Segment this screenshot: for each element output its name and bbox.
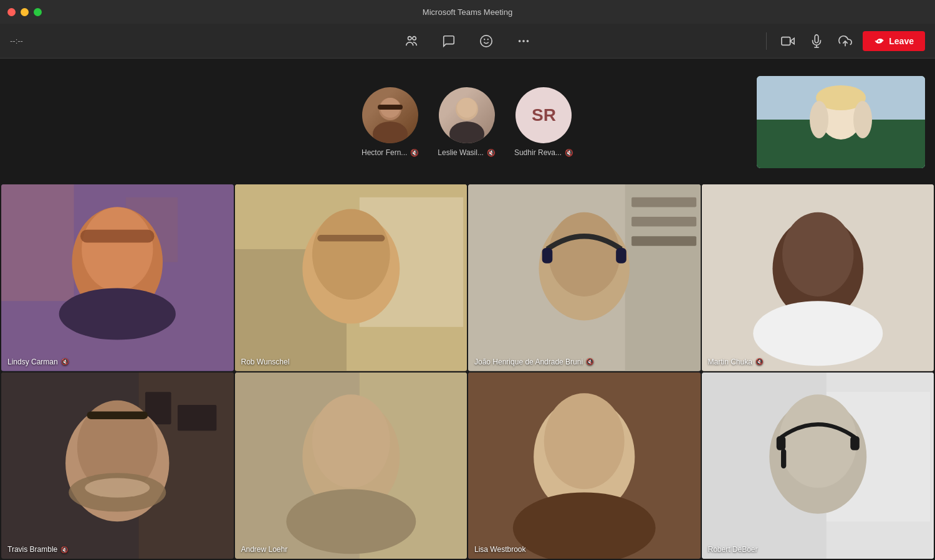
svg-rect-60 [87, 411, 148, 419]
video-sim-lisa [468, 373, 701, 559]
leave-button[interactable]: Leave [863, 31, 925, 51]
svg-rect-39 [317, 235, 385, 241]
main-content: Hector Fern... 🔇 Leslie Wasil... 🔇 [0, 59, 935, 560]
minimize-button[interactable] [21, 8, 29, 16]
close-button[interactable] [7, 8, 16, 16]
svg-point-66 [312, 394, 390, 488]
svg-point-67 [286, 489, 416, 554]
label-rob: Rob Wunschel [241, 358, 290, 366]
svg-point-7 [527, 40, 529, 42]
mute-travis: 🔇 [60, 546, 68, 553]
svg-rect-28 [1, 184, 74, 301]
label-lindsy: Lindsy Carman 🔇 [7, 358, 69, 366]
participants-icon[interactable] [400, 30, 423, 52]
svg-rect-80 [780, 448, 785, 468]
avatar-sudhir: SR [515, 87, 572, 143]
svg-point-33 [59, 288, 176, 339]
video-sim-rob [235, 184, 467, 371]
bubble-info-leslie: Leslie Wasil... 🔇 [438, 148, 496, 157]
participant-sudhir: SR Sudhir Reva... 🔇 [514, 87, 573, 157]
participant-hector: Hector Fern... 🔇 [362, 87, 419, 157]
svg-point-31 [82, 207, 153, 291]
svg-point-20 [457, 98, 477, 118]
svg-point-62 [85, 478, 150, 497]
video-toggle-icon[interactable] [777, 30, 799, 52]
video-cell-travis: Travis Bramble 🔇 [1, 373, 234, 559]
svg-point-53 [753, 301, 883, 366]
svg-point-19 [449, 121, 484, 143]
bubble-info-sudhir: Sudhir Reva... 🔇 [514, 148, 573, 157]
svg-rect-9 [782, 37, 790, 45]
label-andrew: Andrew Loehr [241, 545, 288, 554]
bubble-name-hector: Hector Fern... [362, 148, 407, 157]
participant-leslie: Leslie Wasil... 🔇 [438, 87, 496, 157]
maximize-button[interactable] [34, 8, 42, 16]
mute-icon-leslie: 🔇 [487, 149, 496, 157]
toolbar-separator [766, 32, 767, 50]
svg-point-15 [373, 121, 408, 143]
svg-point-71 [544, 393, 625, 489]
svg-rect-32 [80, 230, 155, 243]
svg-rect-48 [616, 248, 626, 263]
svg-rect-41 [625, 184, 701, 371]
video-cell-rob: Rob Wunschel [235, 184, 467, 371]
label-lisa: Lisa Westbrook [474, 545, 525, 554]
top-participants-row: Hector Fern... 🔇 Leslie Wasil... 🔇 [0, 59, 935, 183]
svg-rect-47 [542, 248, 553, 263]
label-robert: Robert DeBoer [708, 545, 758, 554]
video-sim-andrew [235, 373, 467, 559]
video-cell-martin: Martin Chuka 🔇 [702, 184, 934, 371]
video-cell-andrew: Andrew Loehr [235, 373, 467, 559]
svg-marker-8 [790, 38, 794, 44]
more-icon[interactable] [512, 30, 535, 52]
label-travis: Travis Bramble 🔇 [7, 545, 68, 554]
label-martin: Martin Chuka 🔇 [708, 358, 763, 366]
toolbar-center-icons [315, 30, 620, 52]
mute-icon-hector: 🔇 [410, 149, 419, 157]
window-title: Microsoft Teams Meeting [423, 7, 512, 17]
video-sim-lindsy [1, 184, 234, 371]
video-cell-robert: Robert DeBoer [702, 373, 934, 559]
svg-rect-17 [378, 105, 403, 110]
svg-rect-44 [631, 236, 696, 246]
svg-rect-42 [631, 197, 696, 207]
reactions-icon[interactable] [475, 30, 497, 52]
video-cell-joao: João Henrique de Andrade Bruni 🔇 [468, 184, 701, 371]
bubble-info-hector: Hector Fern... 🔇 [362, 148, 419, 157]
svg-point-2 [481, 35, 492, 46]
mic-toggle-icon[interactable] [805, 30, 828, 52]
toolbar: --:-- [0, 24, 935, 59]
svg-point-52 [782, 212, 853, 297]
avatar-leslie [439, 87, 495, 143]
video-sim-martin [702, 184, 934, 371]
mute-martin: 🔇 [755, 358, 763, 365]
participant-bubbles: Hector Fern... 🔇 Leslie Wasil... 🔇 [315, 87, 620, 157]
call-timer: --:-- [10, 36, 315, 45]
svg-point-6 [522, 40, 525, 42]
svg-point-0 [408, 36, 411, 40]
share-screen-icon[interactable] [834, 30, 856, 52]
bubble-name-leslie: Leslie Wasil... [438, 148, 484, 157]
svg-point-13 [878, 40, 880, 42]
mute-joao: 🔇 [586, 358, 593, 365]
svg-point-5 [519, 40, 521, 42]
video-cell-lindsy: Lindsy Carman 🔇 [1, 184, 234, 371]
video-sim-joao [468, 184, 701, 371]
svg-point-26 [853, 101, 872, 138]
svg-rect-57 [178, 404, 216, 430]
svg-point-25 [810, 101, 828, 138]
window-controls[interactable] [7, 8, 42, 16]
svg-point-77 [779, 394, 856, 488]
svg-point-38 [312, 209, 390, 300]
video-sim-travis [1, 373, 234, 559]
svg-point-1 [413, 36, 416, 40]
bubble-name-sudhir: Sudhir Reva... [514, 148, 562, 157]
title-bar: Microsoft Teams Meeting [0, 0, 935, 24]
video-grid: Lindsy Carman 🔇 Rob Wunschel [0, 183, 935, 560]
avatar-hector [362, 87, 418, 143]
chat-icon[interactable] [438, 30, 460, 52]
label-joao: João Henrique de Andrade Bruni 🔇 [474, 358, 593, 366]
toolbar-right-icons: Leave [620, 30, 925, 52]
video-sim-robert [702, 373, 934, 559]
svg-rect-78 [776, 435, 785, 450]
